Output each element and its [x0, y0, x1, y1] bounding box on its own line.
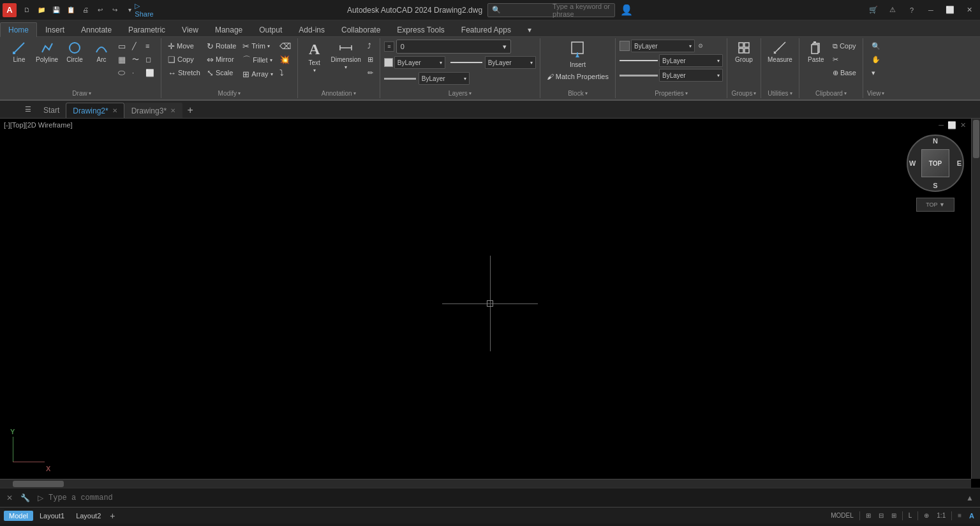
insert-button[interactable]: Insert	[565, 40, 590, 69]
clipboard-copy-button[interactable]: ⧉ Copy	[830, 40, 859, 52]
viewport-minimize-button[interactable]: ─	[937, 121, 945, 129]
tab-collaborate[interactable]: Collaborate	[333, 22, 389, 37]
tab-parametric[interactable]: Parametric	[120, 22, 174, 37]
construction-line-button[interactable]: ╱	[130, 40, 142, 52]
tab-add-ins[interactable]: Add-ins	[290, 22, 333, 37]
fillet-button[interactable]: ⌒ Fillet ▾	[240, 53, 275, 67]
annotation-scale[interactable]: 1:1	[935, 512, 947, 519]
tab-insert[interactable]: Insert	[37, 22, 73, 37]
layer-props-icon[interactable]: ≡	[384, 41, 394, 52]
color-dropdown[interactable]: ByLayer ▾	[394, 56, 445, 69]
utilities-dropdown-icon[interactable]: ▾	[790, 91, 792, 96]
tab-view[interactable]: View	[174, 22, 207, 37]
layout1-tab[interactable]: Layout1	[34, 511, 70, 521]
groups-group-label[interactable]: Groups ▾	[732, 90, 757, 98]
explode-button[interactable]: 💥	[277, 53, 293, 66]
line-button[interactable]: Line	[6, 40, 32, 64]
warning-icon[interactable]: ⚠	[884, 2, 901, 18]
horizontal-scrollbar[interactable]	[0, 479, 971, 488]
markup-button[interactable]: ✏	[365, 66, 376, 79]
rectangle-button[interactable]: ▭	[115, 40, 128, 52]
dimension-button[interactable]: Dimension ▾	[329, 40, 364, 71]
viewport-restore-button[interactable]: ⬜	[946, 121, 958, 129]
leader-button[interactable]: ⤴	[365, 40, 376, 52]
properties-bylayer-3[interactable]: ByLayer ▾	[659, 69, 723, 82]
tab-start[interactable]: Start	[37, 103, 66, 118]
tab-manage[interactable]: Manage	[207, 22, 251, 37]
scale-button[interactable]: ⤡ Scale	[204, 66, 239, 79]
linetype-dropdown[interactable]: ByLayer ▾	[485, 56, 536, 69]
layout2-tab[interactable]: Layout2	[71, 511, 106, 521]
save-button[interactable]: 💾	[50, 4, 63, 17]
modify-dropdown-icon[interactable]: ▾	[238, 91, 241, 96]
properties-settings-icon[interactable]: ⚙	[696, 41, 705, 50]
saveas-button[interactable]: 📋	[64, 4, 77, 17]
properties-bylayer-2[interactable]: ByLayer ▾	[659, 54, 723, 67]
viewcube-view-dropdown-button[interactable]: TOP ▼	[916, 198, 954, 212]
groups-dropdown-icon[interactable]: ▾	[754, 91, 756, 96]
horizontal-scroll-thumb[interactable]	[13, 481, 64, 487]
drawing2-close-button[interactable]: ✕	[112, 107, 117, 114]
stretch-button[interactable]: ↔ Stretch	[165, 66, 203, 79]
dropdown-arrow-icon[interactable]: ▾	[123, 4, 136, 17]
array-dropdown-icon[interactable]: ▾	[271, 71, 273, 77]
arc-button[interactable]: Arc	[89, 40, 114, 64]
tab-drawing2[interactable]: Drawing2* ✕	[66, 103, 124, 118]
command-expand-button[interactable]: ▲	[963, 492, 976, 504]
hamburger-menu-button[interactable]: ☰	[19, 100, 37, 118]
text-dropdown-icon[interactable]: ▾	[313, 68, 316, 73]
undo-button[interactable]: ↩	[94, 4, 107, 17]
vertical-scroll-thumb[interactable]	[973, 120, 979, 158]
circle-button[interactable]: Circle	[62, 40, 87, 64]
new-button[interactable]: 🗋	[20, 4, 33, 17]
window-minimize-button[interactable]: ─	[923, 2, 939, 18]
rotate-button[interactable]: ↻ Rotate	[204, 40, 239, 52]
share-button[interactable]: ▷ Share	[138, 4, 151, 17]
viewcube-top-button[interactable]: TOP	[921, 149, 949, 177]
zoom-button[interactable]: 🔍	[869, 40, 883, 52]
modify-group-label[interactable]: Modify ▾	[218, 90, 241, 98]
cut-button[interactable]: ✂	[830, 53, 859, 66]
grid-toggle[interactable]: ⊞	[864, 512, 873, 519]
tab-drawing3[interactable]: Drawing3* ✕	[124, 103, 182, 118]
view-dropdown-icon[interactable]: ▾	[882, 91, 884, 96]
spline-button[interactable]: 〜	[130, 53, 142, 66]
block-dropdown-icon[interactable]: ▾	[585, 91, 588, 96]
model-tab[interactable]: Model	[4, 511, 33, 521]
snap-toggle[interactable]: ⊟	[877, 512, 886, 519]
layer-dropdown[interactable]: 0 ▾	[396, 40, 511, 54]
command-customization-button[interactable]: 🔧	[18, 492, 33, 504]
clipboard-dropdown-icon[interactable]: ▾	[844, 91, 847, 96]
trim-dropdown-icon[interactable]: ▾	[267, 43, 270, 49]
text-button[interactable]: A Text ▾	[302, 40, 327, 75]
polyline-button[interactable]: Polyline	[33, 40, 61, 64]
group-button[interactable]: Group	[731, 40, 757, 64]
pan-button[interactable]: ✋	[869, 53, 883, 66]
tab-home[interactable]: Home	[0, 22, 37, 37]
erase-button[interactable]: ⌫	[277, 40, 293, 52]
multiline-button[interactable]: ≡	[143, 40, 157, 52]
add-layout-button[interactable]: +	[107, 511, 117, 521]
tab-more[interactable]: ▾	[519, 22, 540, 37]
tab-annotate[interactable]: Annotate	[73, 22, 120, 37]
move-button[interactable]: ✛ Move	[165, 40, 203, 52]
dimension-dropdown-icon[interactable]: ▾	[345, 64, 347, 70]
region-button[interactable]: ◻	[143, 53, 157, 66]
tab-featured-apps[interactable]: Featured Apps	[453, 22, 519, 37]
open-button[interactable]: 📁	[35, 4, 48, 17]
canvas-area[interactable]: [-][Top][2D Wireframe] ─ ⬜ ✕ Y X TOP N S…	[0, 119, 980, 488]
viewport-close-button[interactable]: ✕	[959, 121, 967, 129]
wipeout-button[interactable]: ⬜	[143, 66, 157, 79]
command-close-button[interactable]: ✕	[4, 492, 15, 504]
layers-dropdown-icon[interactable]: ▾	[469, 91, 471, 96]
copy-button[interactable]: ❑ Copy	[165, 53, 203, 66]
hatch-button[interactable]: ▦	[115, 53, 128, 66]
fillet-dropdown-icon[interactable]: ▾	[270, 57, 272, 63]
help-button[interactable]: ?	[903, 2, 920, 18]
ellipse-button[interactable]: ⬭	[115, 66, 128, 79]
model-status-label[interactable]: MODEL	[829, 512, 856, 519]
tab-express-tools[interactable]: Express Tools	[389, 22, 452, 37]
window-restore-button[interactable]: ⬜	[942, 2, 958, 18]
utilities-group-label[interactable]: Utilities ▾	[768, 90, 792, 98]
coords-display[interactable]: ⊕	[922, 512, 931, 519]
